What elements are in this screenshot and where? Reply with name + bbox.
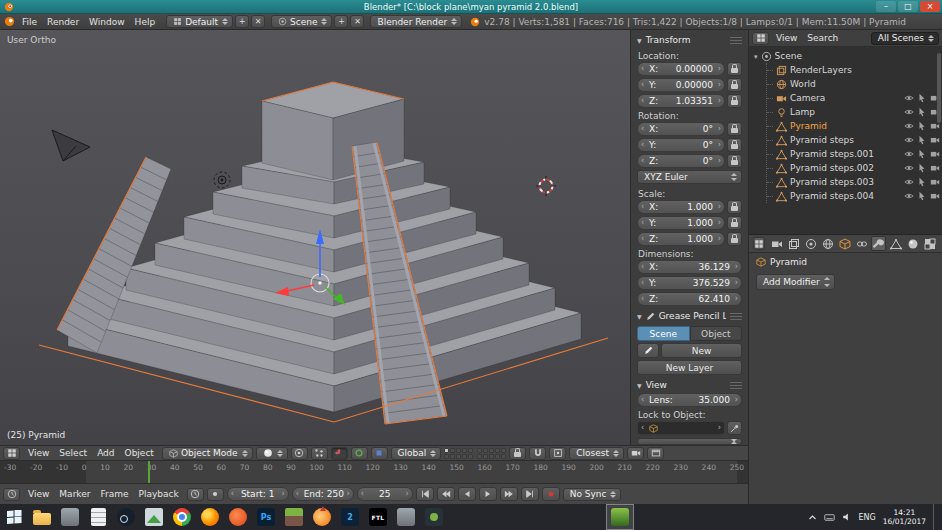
snap-toggle-button[interactable]	[529, 447, 546, 460]
draw-new-frame-button[interactable]	[637, 343, 659, 358]
layer-dot[interactable]	[444, 448, 449, 453]
view-panel-header[interactable]: View	[637, 377, 742, 393]
render-engine-selector[interactable]: Blender Render	[370, 15, 462, 28]
menu-item[interactable]: Help	[130, 17, 161, 27]
disclosure-icon[interactable]	[754, 51, 758, 61]
jump-to-start-button[interactable]	[416, 487, 434, 501]
taskbar-icon-ftl[interactable]: FTL	[364, 504, 392, 530]
eye-icon[interactable]	[904, 177, 914, 187]
selectable-cursor-icon[interactable]	[917, 163, 927, 173]
panel-grip-icon[interactable]	[730, 313, 742, 320]
snap-element-button[interactable]	[549, 447, 566, 460]
tray-volume-icon[interactable]	[842, 512, 852, 522]
taskbar-clock[interactable]: 14:21 16/01/2017	[883, 508, 926, 526]
outliner-item[interactable]: Camera	[767, 91, 942, 105]
eye-icon[interactable]	[904, 93, 914, 103]
menu-item[interactable]: Frame	[95, 489, 133, 499]
eye-icon[interactable]	[904, 163, 914, 173]
transform-panel-header[interactable]: Transform	[637, 32, 742, 48]
breadcrumb-object-name[interactable]: Pyramid	[770, 257, 807, 267]
taskbar-icon-file-explorer[interactable]	[28, 504, 56, 530]
tab-render-layers[interactable]	[786, 236, 801, 251]
taskbar-icon-steam[interactable]	[112, 504, 140, 530]
rotation-mode-dropdown[interactable]: XYZ Euler	[637, 170, 742, 184]
tab-object[interactable]	[837, 236, 852, 251]
rotate-manipulator-button[interactable]	[351, 447, 368, 460]
scale-field[interactable]: Z:1.000	[637, 232, 725, 246]
selectable-cursor-icon[interactable]	[917, 191, 927, 201]
camera-gizmo[interactable]	[52, 130, 90, 161]
preview-range-toggle[interactable]	[187, 488, 204, 501]
tab-material[interactable]	[905, 236, 920, 251]
outliner-item[interactable]: RenderLayers	[767, 63, 942, 77]
taskbar-icon-chrome[interactable]	[168, 504, 196, 530]
menu-item[interactable]: Window	[84, 17, 130, 27]
taskbar-icon-firefox[interactable]	[196, 504, 224, 530]
selectable-cursor-icon[interactable]	[917, 177, 927, 187]
remove-layout-button[interactable]: ✕	[251, 15, 265, 28]
taskbar-icon-running-app[interactable]	[606, 504, 634, 530]
visibility-toggles[interactable]	[904, 191, 940, 201]
lock-object-picker[interactable]	[637, 421, 725, 435]
remove-scene-button[interactable]: ✕	[350, 15, 364, 28]
tab-scene[interactable]	[803, 236, 818, 251]
pyramid-model[interactable]	[39, 82, 608, 424]
add-modifier-dropdown[interactable]: Add Modifier	[756, 274, 835, 290]
taskbar-icon-photos[interactable]	[140, 504, 168, 530]
taskbar-icon-browser-orange[interactable]	[224, 504, 252, 530]
snap-target-dropdown[interactable]: Closest	[569, 447, 624, 460]
new-layer-button[interactable]: New Layer	[637, 360, 742, 375]
grease-pencil-panel-header[interactable]: Grease Pencil Layers	[637, 308, 742, 324]
tray-chevron-up-icon[interactable]	[808, 513, 817, 522]
menu-item[interactable]: View	[23, 489, 54, 499]
selectable-cursor-icon[interactable]	[917, 93, 927, 103]
taskbar-icon-game-two[interactable]: 2	[336, 504, 364, 530]
taskbar-icon-notes[interactable]	[84, 504, 112, 530]
end-frame-field[interactable]: End: 250	[292, 487, 354, 501]
location-field[interactable]: Z:1.03351	[637, 94, 725, 108]
selectable-cursor-icon[interactable]	[917, 149, 927, 159]
opengl-render-button[interactable]	[627, 447, 644, 460]
visibility-toggles[interactable]	[904, 135, 940, 145]
render-toggle-icon[interactable]	[930, 135, 940, 145]
visibility-toggles[interactable]	[904, 163, 940, 173]
transform-orientation-dropdown[interactable]: Global	[391, 447, 442, 460]
taskbar-icon-rocket[interactable]	[420, 504, 448, 530]
editor-type-button[interactable]	[752, 32, 769, 45]
opengl-render-anim-button[interactable]	[647, 447, 664, 460]
lock-toggle-button[interactable]	[727, 154, 742, 168]
menu-item[interactable]: View	[771, 33, 802, 43]
properties-editor-type-button[interactable]	[753, 237, 765, 250]
lamp-object[interactable]	[214, 172, 230, 188]
3d-viewport[interactable]: User Ortho (25) Pyramid	[0, 30, 630, 445]
timeline-ruler[interactable]: -30-20-100102030405060708090100110120130…	[0, 461, 748, 483]
keying-set-button[interactable]	[207, 488, 224, 501]
scale-manipulator-button[interactable]	[371, 447, 388, 460]
lock-toggle-button[interactable]	[727, 200, 742, 214]
eye-icon[interactable]	[904, 121, 914, 131]
record-button[interactable]	[542, 487, 560, 501]
visibility-toggles[interactable]	[904, 93, 940, 103]
start-frame-field[interactable]: Start: 1	[227, 487, 289, 501]
play-button[interactable]	[479, 487, 497, 501]
view3d-editor-type-button[interactable]	[3, 447, 20, 460]
next-keyframe-button[interactable]	[500, 487, 518, 501]
tab-constraints[interactable]	[854, 236, 869, 251]
menu-item[interactable]: Playback	[134, 489, 184, 499]
taskbar-icon-minecraft[interactable]	[280, 504, 308, 530]
current-frame-field[interactable]: 25	[357, 487, 413, 501]
scene-selector[interactable]: Scene	[271, 15, 332, 28]
play-reverse-button[interactable]	[458, 487, 476, 501]
screen-layout-selector[interactable]: Default	[166, 15, 233, 28]
rotation-field[interactable]: X:0°	[637, 122, 725, 136]
selectable-cursor-icon[interactable]	[917, 135, 927, 145]
mode-dropdown[interactable]: Object Mode	[162, 447, 253, 460]
visibility-toggles[interactable]	[904, 149, 940, 159]
visibility-toggles[interactable]	[904, 121, 940, 131]
taskbar-icon-app-gray2[interactable]	[392, 504, 420, 530]
outliner-scrollbar[interactable]	[937, 53, 941, 123]
outliner-item[interactable]: Pyramid steps.004	[767, 189, 942, 203]
current-frame-playhead[interactable]	[148, 461, 150, 483]
render-toggle-icon[interactable]	[930, 149, 940, 159]
eye-icon[interactable]	[904, 149, 914, 159]
